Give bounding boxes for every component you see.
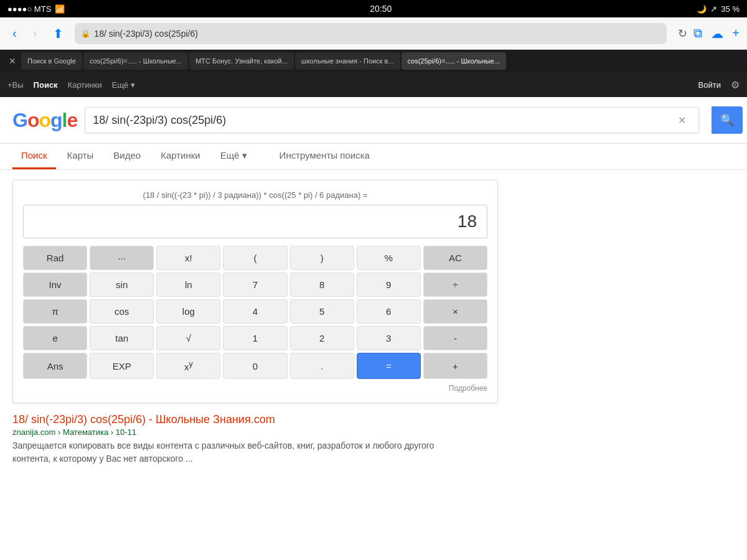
tab-search-google[interactable]: Поиск в Google (21, 52, 82, 70)
nav-search[interactable]: Поиск (12, 144, 56, 169)
calc-9-button[interactable]: 9 (357, 273, 421, 297)
settings-icon[interactable]: ⚙ (731, 79, 740, 91)
calc-ac-button[interactable]: AC (423, 246, 487, 270)
nav-maps[interactable]: Карты (59, 144, 103, 169)
calc-0-button[interactable]: 0 (223, 353, 287, 379)
tabs-button[interactable]: ⧉ (693, 26, 702, 40)
calc-equals-button[interactable]: = (357, 353, 421, 379)
signin-button[interactable]: Войти (698, 80, 721, 90)
calc-plus-button[interactable]: + (423, 353, 487, 379)
tab-mts[interactable]: МТС Бонус. Узнайте, какой... (189, 52, 294, 70)
calc-7-button[interactable]: 7 (223, 273, 287, 297)
calc-inv-button[interactable]: Inv (23, 273, 87, 297)
forward-button[interactable]: › (28, 24, 42, 43)
address-text: 18/ sin(-23pi/3) cos(25pi/6) (94, 29, 660, 39)
cloud-button[interactable]: ☁ (711, 26, 723, 41)
calc-4-button[interactable]: 4 (223, 299, 287, 324)
calc-3-button[interactable]: 3 (357, 326, 421, 350)
tab-cos2[interactable]: cos(25pi/6)=..... - Школьные... (402, 52, 506, 70)
calc-ln-button[interactable]: ln (156, 273, 220, 297)
new-tab-button[interactable]: + (732, 26, 740, 40)
moon-icon: 🌙 (697, 4, 707, 14)
tabs-bar: ✕ Поиск в Google cos(25pi/6)=..... - Шко… (0, 50, 747, 72)
calc-e-button[interactable]: e (23, 326, 87, 350)
calc-1-button[interactable]: 1 (223, 326, 287, 350)
browser-chrome: ‹ › ⬆ 🔒 18/ sin(-23pi/3) cos(25pi/6) ↻ ⧉… (0, 17, 747, 50)
page-content: Google ✕ 🔍 Поиск Карты Видео Картинки Ещ… (0, 97, 747, 560)
result-title[interactable]: 18/ sin(-23pi/3) cos(25pi/6) - Школьные … (12, 413, 448, 426)
more-link[interactable]: Ещё ▾ (112, 80, 135, 90)
calculator-widget: (18 / sin((-(23 * pi)) / 3 радиана)) * c… (12, 180, 498, 403)
calc-8-button[interactable]: 8 (290, 273, 354, 297)
nav-more[interactable]: Ещё ▾ (212, 144, 256, 169)
calc-log-button[interactable]: log (156, 299, 220, 324)
calc-multiply-button[interactable]: × (423, 299, 487, 324)
result-url: znanija.com › Математика › 10-11 (12, 427, 448, 437)
calc-dot-button[interactable]: . (290, 353, 354, 379)
calc-cos-button[interactable]: cos (90, 299, 154, 324)
search-link[interactable]: Поиск (34, 80, 58, 90)
location-icon: ↗ (710, 4, 717, 14)
search-submit-icon: 🔍 (720, 113, 734, 127)
calc-open-paren-button[interactable]: ( (223, 246, 287, 270)
calc-buttons: Rad ··· x! ( ) % AC Inv sin ln 7 8 9 ÷ π… (23, 246, 487, 379)
close-tabs-button[interactable]: ✕ (5, 56, 20, 66)
reload-button[interactable]: ↻ (678, 27, 687, 40)
calc-percent-button[interactable]: % (357, 246, 421, 270)
search-clear-button[interactable]: ✕ (678, 114, 686, 126)
google-toolbar: +Вы Поиск Картинки Ещё ▾ Войти ⚙ (0, 72, 747, 97)
calc-2-button[interactable]: 2 (290, 326, 354, 350)
nav-images[interactable]: Картинки (152, 144, 209, 169)
lock-icon: 🔒 (81, 29, 90, 38)
search-input[interactable] (93, 114, 678, 127)
tab-cos1[interactable]: cos(25pi/6)=..... - Школьные... (83, 52, 188, 70)
result-title-suffix: - Школьные Знания.com (146, 413, 275, 426)
nav-video[interactable]: Видео (105, 144, 149, 169)
calc-expression: (18 / sin((-(23 * pi)) / 3 радиана)) * c… (23, 190, 487, 200)
browser-actions: ⧉ ☁ + (693, 26, 740, 41)
calc-close-paren-button[interactable]: ) (290, 246, 354, 270)
time-display: 20:50 (370, 4, 392, 14)
calc-sqrt-button[interactable]: √ (156, 326, 220, 350)
search-submit-button[interactable]: 🔍 (712, 106, 743, 134)
address-bar[interactable]: 🔒 18/ sin(-23pi/3) cos(25pi/6) (75, 23, 667, 44)
calc-more-link[interactable]: Подробнее (23, 384, 487, 393)
images-link[interactable]: Картинки (68, 80, 102, 90)
calc-rad-button[interactable]: Rad (23, 246, 87, 270)
calc-display: 18 (23, 205, 487, 238)
result-description: Запрещается копировать все виды контента… (12, 439, 448, 465)
result-title-prefix: 18/ sin(-23pi/3) cos(25pi/6) (12, 413, 146, 426)
calc-power-button[interactable]: xy (156, 353, 220, 379)
calc-sin-button[interactable]: sin (90, 273, 154, 297)
calc-pi-button[interactable]: π (23, 299, 87, 324)
search-nav: Поиск Карты Видео Картинки Ещё ▾ Инструм… (0, 144, 747, 170)
search-box[interactable]: ✕ (85, 107, 699, 133)
back-button[interactable]: ‹ (7, 24, 22, 43)
battery-text: 35 % (721, 4, 740, 14)
calc-exp-button[interactable]: EXP (90, 353, 154, 379)
tab-zn-search[interactable]: школьные знания - Поиск в... (295, 52, 400, 70)
calc-dots-button[interactable]: ··· (90, 246, 154, 270)
calc-5-button[interactable]: 5 (290, 299, 354, 324)
status-bar: ●●●●○ MTS 📶 20:50 🌙 ↗ 35 % (0, 0, 747, 17)
google-header: Google ✕ 🔍 (0, 97, 747, 144)
calc-6-button[interactable]: 6 (357, 299, 421, 324)
carrier-text: ●●●●○ MTS (7, 4, 51, 14)
nav-tools[interactable]: Инструменты поиска (271, 144, 378, 169)
calc-tan-button[interactable]: tan (90, 326, 154, 350)
calc-ans-button[interactable]: Ans (23, 353, 87, 379)
calc-minus-button[interactable]: - (423, 326, 487, 350)
search-result: 18/ sin(-23pi/3) cos(25pi/6) - Школьные … (12, 413, 448, 465)
plus-you-link[interactable]: +Вы (7, 80, 24, 90)
wifi-icon: 📶 (55, 4, 65, 14)
calc-factorial-button[interactable]: x! (156, 246, 220, 270)
calc-divide-button[interactable]: ÷ (423, 273, 487, 297)
google-logo: Google (12, 109, 77, 132)
share-button[interactable]: ⬆ (48, 24, 68, 44)
